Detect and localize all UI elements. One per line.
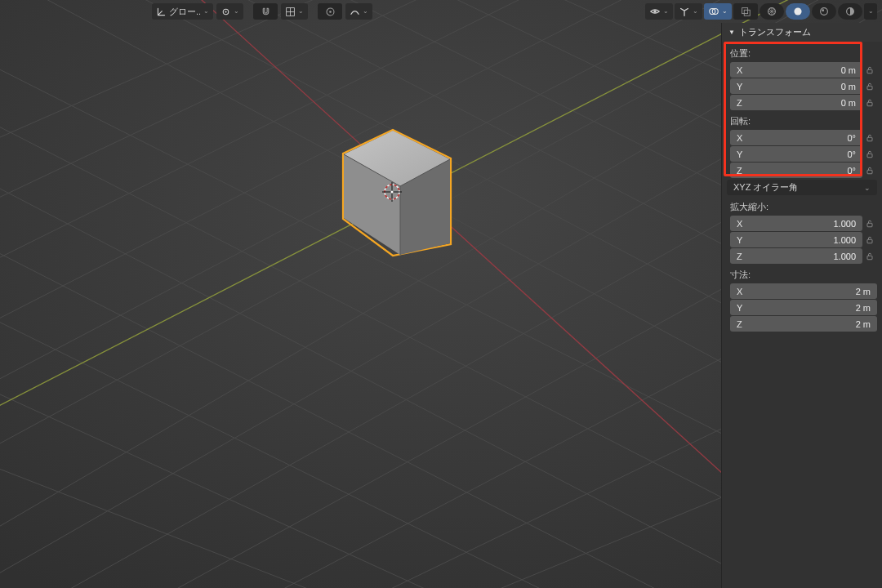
scale-y-field[interactable]: Y1.000 (730, 232, 862, 247)
chevron-down-icon: ⌄ (298, 3, 304, 20)
lock-scale-z[interactable] (862, 252, 877, 261)
location-z-field[interactable]: Z0 m (730, 95, 862, 110)
lock-rotation-x[interactable] (862, 133, 877, 143)
svg-point-47 (329, 11, 332, 13)
shading-material[interactable] (812, 3, 836, 20)
svg-rect-65 (867, 239, 872, 243)
lock-scale-x[interactable] (862, 219, 877, 229)
chevron-down-icon: ⌄ (203, 3, 209, 20)
panel-title: トランスフォーム (739, 26, 811, 38)
n-panel: ▼ トランスフォーム 位置: X0 m Y0 m Z0 m 回転: X0° Y0… (721, 23, 882, 588)
section-label-rotation: 回転: (722, 111, 882, 130)
scale-x-field[interactable]: X1.000 (730, 216, 862, 231)
chevron-down-icon: ⌄ (363, 3, 368, 20)
section-label-location: 位置: (722, 43, 882, 62)
rotation-mode-value: XYZ オイラー角 (733, 181, 798, 194)
svg-rect-52 (744, 10, 750, 16)
shading-solid[interactable] (786, 3, 810, 20)
lock-location-y[interactable] (862, 82, 877, 91)
rotation-y-field[interactable]: Y0° (730, 146, 862, 162)
lock-location-z[interactable] (862, 98, 877, 108)
lock-location-x[interactable] (862, 65, 877, 75)
shading-options[interactable]: ⌄ (864, 3, 877, 20)
transform-orientation[interactable]: グロー.. ⌄ (152, 3, 213, 20)
section-label-scale: 拡大縮小: (722, 197, 882, 216)
svg-point-48 (653, 10, 657, 13)
orientation-label: グロー.. (169, 3, 201, 20)
snap-toggle[interactable] (253, 3, 278, 20)
svg-rect-66 (867, 256, 872, 260)
gizmo-toggle[interactable]: ⌄ (675, 3, 702, 20)
location-x-field[interactable]: X0 m (730, 62, 862, 78)
dim-y-field[interactable]: Y2 m (730, 300, 877, 315)
section-label-dimensions: 寸法: (722, 265, 882, 283)
lock-scale-y[interactable] (862, 235, 877, 245)
dim-z-field[interactable]: Z2 m (730, 316, 877, 332)
svg-point-54 (794, 7, 801, 15)
chevron-down-icon: ⌄ (693, 3, 698, 20)
svg-rect-62 (867, 154, 872, 158)
rotation-x-field[interactable]: X0° (730, 130, 862, 145)
chevron-down-icon: ⌄ (864, 184, 871, 192)
header-toolbar-right: ⌄ ⌄ ⌄ ⌄ (645, 3, 877, 20)
rotation-z-field[interactable]: Z0° (730, 163, 862, 178)
svg-rect-61 (867, 137, 872, 141)
dim-x-field[interactable]: X2 m (730, 283, 877, 299)
svg-rect-63 (867, 170, 872, 174)
chevron-down-icon: ⌄ (234, 3, 239, 20)
visibility-dropdown[interactable]: ⌄ (645, 3, 673, 20)
overlays-toggle[interactable]: ⌄ (704, 3, 732, 20)
chevron-down-icon: ⌄ (722, 3, 728, 20)
svg-rect-64 (867, 223, 872, 227)
location-y-field[interactable]: Y0 m (730, 78, 862, 94)
proportional-falloff[interactable]: ⌄ (345, 3, 372, 20)
svg-rect-58 (867, 69, 872, 74)
pivot-point[interactable]: ⌄ (216, 3, 243, 20)
xray-toggle[interactable] (733, 3, 758, 20)
svg-point-56 (822, 9, 824, 11)
svg-rect-59 (867, 86, 872, 90)
chevron-down-icon: ⌄ (663, 3, 669, 20)
rotation-mode-dropdown[interactable]: XYZ オイラー角 ⌄ (727, 180, 877, 195)
lock-rotation-y[interactable] (862, 149, 877, 159)
svg-point-40 (391, 191, 394, 194)
panel-header-transform[interactable]: ▼ トランスフォーム (722, 23, 882, 42)
disclosure-triangle-icon: ▼ (728, 29, 735, 36)
svg-rect-51 (742, 8, 748, 14)
lock-rotation-z[interactable] (862, 166, 877, 176)
svg-point-42 (225, 11, 227, 12)
chevron-down-icon: ⌄ (868, 3, 874, 20)
svg-rect-60 (867, 102, 872, 106)
svg-point-55 (821, 8, 828, 16)
scale-z-field[interactable]: Z1.000 (730, 248, 862, 264)
header-toolbar-left: グロー.. ⌄ ⌄ ⌄ ⌄ (152, 3, 372, 20)
snap-type[interactable]: ⌄ (281, 3, 308, 20)
shading-rendered[interactable] (838, 3, 862, 20)
shading-wireframe[interactable] (760, 3, 784, 20)
proportional-edit-toggle[interactable] (318, 3, 342, 20)
